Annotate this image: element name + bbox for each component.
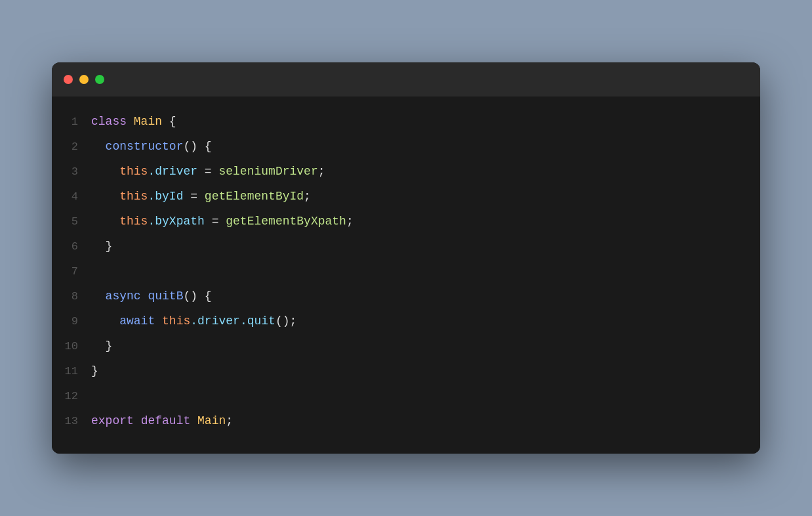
token-kw-class: class (91, 115, 134, 128)
token-plain: } (91, 339, 112, 353)
line-content: async quitB() { (91, 286, 760, 307)
line-content (91, 261, 760, 282)
code-line: 12 (52, 384, 760, 409)
code-line: 1class Main { (52, 110, 760, 135)
token-kw-export: export (91, 414, 141, 427)
code-line: 4 this.byId = getElementById; (52, 184, 760, 209)
line-number: 8 (52, 287, 91, 307)
line-number: 7 (52, 262, 91, 282)
token-class-name: Main (197, 414, 226, 427)
code-line: 7 (52, 259, 760, 284)
token-plain: = (205, 215, 226, 228)
line-content: constructor() { (91, 136, 760, 157)
token-kw-async: async (106, 290, 148, 303)
line-content: } (91, 335, 760, 356)
code-editor[interactable]: 1class Main {2 constructor() {3 this.dri… (52, 97, 760, 454)
code-line: 6 } (52, 234, 760, 259)
line-number: 9 (52, 312, 91, 332)
line-content (91, 385, 760, 406)
token-prop: .quit (240, 314, 275, 328)
line-number: 13 (52, 412, 91, 432)
code-line: 2 constructor() { (52, 135, 760, 160)
titlebar (52, 62, 760, 97)
editor-window: 1class Main {2 constructor() {3 this.dri… (52, 62, 760, 454)
token-plain: () { (183, 140, 211, 153)
token-prop: .byId (148, 190, 183, 203)
token-kw-this: this (119, 190, 148, 203)
line-content: this.byXpath = getElementByXpath; (91, 211, 760, 232)
line-number: 12 (52, 387, 91, 407)
token-kw-this: this (119, 215, 148, 228)
token-class-name: Main (134, 115, 162, 128)
code-line: 9 await this.driver.quit(); (52, 309, 760, 334)
token-fn-name: quitB (148, 290, 183, 303)
token-prop: .driver (148, 165, 197, 178)
token-plain: ; (318, 165, 325, 178)
line-number: 6 (52, 237, 91, 257)
token-plain (91, 290, 106, 303)
token-value: seleniumDriver (218, 165, 317, 178)
code-line: 8 async quitB() { (52, 284, 760, 309)
token-prop: .byXpath (148, 215, 204, 228)
token-kw-default: default (141, 414, 197, 427)
token-plain: } (91, 240, 112, 253)
token-plain: = (197, 165, 218, 178)
line-content: this.driver = seleniumDriver; (91, 161, 760, 182)
token-plain (91, 215, 119, 228)
line-number: 10 (52, 337, 91, 357)
token-method-call: constructor (106, 140, 184, 153)
token-plain (91, 165, 119, 178)
line-number: 3 (52, 162, 91, 183)
line-number: 11 (52, 362, 91, 382)
line-number: 4 (52, 187, 91, 207)
code-line: 10 } (52, 334, 760, 359)
code-line: 13export default Main; (52, 409, 760, 434)
token-kw-this: this (119, 165, 148, 178)
token-value: getElementById (205, 190, 304, 203)
line-number: 5 (52, 212, 91, 232)
code-line: 5 this.byXpath = getElementByXpath; (52, 209, 760, 234)
token-value: getElementByXpath (226, 215, 346, 228)
line-content: } (91, 360, 760, 381)
token-plain: ; (304, 190, 311, 203)
line-content: export default Main; (91, 410, 760, 431)
token-plain: () { (183, 290, 211, 303)
token-plain: = (183, 190, 204, 203)
code-line: 11} (52, 359, 760, 384)
line-content: this.byId = getElementById; (91, 186, 760, 207)
maximize-button[interactable] (95, 75, 104, 84)
token-kw-await: await (119, 314, 162, 328)
token-plain: ; (226, 414, 233, 427)
line-content: } (91, 236, 760, 257)
minimize-button[interactable] (79, 75, 89, 84)
close-button[interactable] (64, 75, 73, 84)
token-plain (91, 140, 106, 153)
token-plain (91, 190, 119, 203)
token-plain: } (91, 364, 98, 377)
code-line: 3 this.driver = seleniumDriver; (52, 160, 760, 184)
line-content: await this.driver.quit(); (91, 311, 760, 332)
token-prop: .driver (190, 314, 240, 328)
line-content: class Main { (91, 111, 760, 132)
token-plain: (); (275, 314, 296, 328)
line-number: 1 (52, 112, 91, 133)
token-plain (91, 314, 119, 328)
token-plain: { (162, 115, 176, 128)
token-plain: ; (346, 215, 354, 228)
token-kw-this: this (162, 314, 190, 328)
line-number: 2 (52, 137, 91, 158)
